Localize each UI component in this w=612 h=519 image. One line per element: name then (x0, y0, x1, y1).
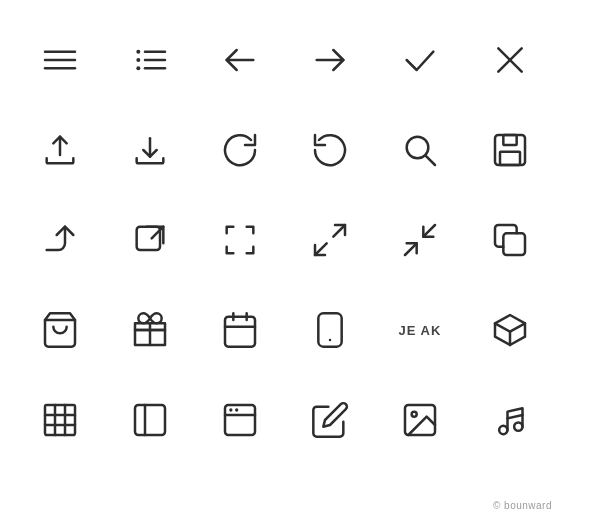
share-forward-icon (20, 200, 100, 280)
svg-rect-35 (318, 313, 341, 346)
svg-point-7 (136, 66, 140, 70)
svg-line-23 (315, 243, 327, 255)
svg-rect-31 (225, 317, 255, 347)
svg-line-37 (495, 323, 510, 331)
gift-icon (110, 290, 190, 370)
icon-grid: JE AK (0, 0, 612, 480)
cube-3d-icon (470, 290, 550, 370)
svg-line-55 (508, 415, 523, 418)
svg-point-49 (229, 408, 232, 411)
music-note-icon (470, 380, 550, 460)
svg-point-3 (136, 50, 140, 54)
sidebar-panel-icon (110, 380, 190, 460)
checkmark-icon (380, 20, 460, 100)
svg-line-22 (333, 225, 345, 237)
svg-rect-18 (503, 135, 516, 145)
expand-icon (290, 200, 370, 280)
download-icon (110, 110, 190, 190)
svg-rect-26 (503, 233, 525, 255)
calendar-icon (200, 290, 280, 370)
save-icon (470, 110, 550, 190)
shopping-bag-icon (20, 290, 100, 370)
svg-line-25 (423, 225, 435, 237)
image-icon (380, 380, 460, 460)
watermark-text: © bounward (493, 500, 552, 511)
copy-icon (470, 200, 550, 280)
search-icon (380, 110, 460, 190)
svg-point-5 (136, 58, 140, 62)
mobile-icon (290, 290, 370, 370)
svg-rect-40 (45, 405, 75, 435)
svg-rect-45 (135, 405, 165, 435)
svg-point-50 (235, 408, 238, 411)
refresh-ccw-icon (290, 110, 370, 190)
frame-icon (200, 200, 280, 280)
browser-window-icon (200, 380, 280, 460)
hamburger-menu-icon (20, 20, 100, 100)
arrow-right-icon (290, 20, 370, 100)
svg-rect-20 (137, 227, 160, 250)
close-icon (470, 20, 550, 100)
table-icon (20, 380, 100, 460)
list-menu-icon (110, 20, 190, 100)
je-ak-text: JE AK (399, 323, 442, 338)
svg-rect-19 (500, 152, 520, 165)
edit-pencil-icon (290, 380, 370, 460)
svg-line-39 (510, 323, 525, 331)
svg-line-24 (405, 243, 417, 255)
arrow-left-icon (200, 20, 280, 100)
text-overlay-cell: JE AK (380, 290, 460, 370)
upload-icon (20, 110, 100, 190)
svg-line-16 (426, 156, 435, 165)
svg-line-21 (152, 227, 164, 239)
refresh-cw-icon (200, 110, 280, 190)
compress-icon (380, 200, 460, 280)
svg-point-52 (412, 412, 417, 417)
external-link-icon (110, 200, 190, 280)
